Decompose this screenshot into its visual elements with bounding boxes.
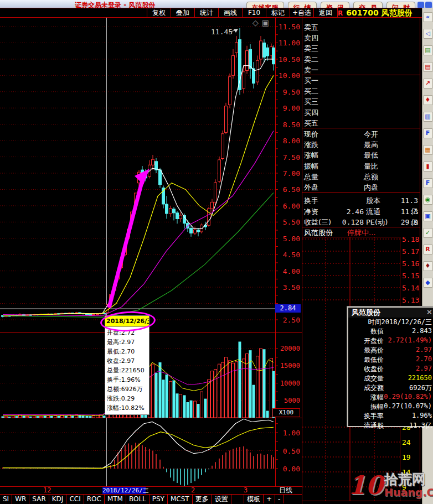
field-label: 量比 <box>364 161 378 172</box>
alert-icon[interactable]: ♦ <box>423 261 433 271</box>
mini-price-label: 5.15 <box>402 272 420 280</box>
indicator-bar: SIWRSARKDJCCIROCMTMBOLLPSYMCST更多设置 模板+- <box>0 494 302 504</box>
refresh-icon[interactable]: ◉ <box>423 195 433 205</box>
popup-row-value: 11.3亿 <box>409 421 432 430</box>
popup-row-value: 221650 <box>408 374 432 383</box>
price-axis-label: 3.50 <box>277 283 300 292</box>
field-label: 涨幅 <box>304 150 364 160</box>
volume-axis-label: 20000 <box>276 345 300 352</box>
zoom-out-button[interactable]: - <box>275 495 283 503</box>
titlebar-button[interactable]: 资 讯 <box>321 2 349 8</box>
volume-unit-label: X100 <box>272 408 300 417</box>
indicator-tab-ROC[interactable]: ROC <box>84 495 105 504</box>
popup-row: 开盘价2.72(1.49%) <box>349 336 432 346</box>
popup-row: 换手率1.96% <box>349 412 432 421</box>
popup-row-label: 开盘价 <box>349 336 384 346</box>
toolbar-button-返回[interactable]: 返回 <box>313 8 338 17</box>
timeline[interactable]: 1223 2018/12/26/三 日线 <box>0 487 302 494</box>
popup-row: 振幅0.27(10.07%) <box>349 402 432 412</box>
price-axis-label: 6.50 <box>277 185 300 194</box>
mini-price-label: 5.16 <box>402 259 420 268</box>
buy-level-label: 买三 <box>304 96 318 107</box>
rights-icon[interactable]: R <box>423 245 433 254</box>
period-label[interactable]: 日线 <box>279 487 292 494</box>
check-icon[interactable]: ✓ <box>423 228 433 238</box>
stat-rv: 29.9 <box>395 217 418 227</box>
finance-icon[interactable]: F <box>423 178 433 188</box>
titlebar-button[interactable]: 问 财 <box>386 2 415 8</box>
window-control-button[interactable] <box>425 2 432 8</box>
indicator-tab-WR[interactable]: WR <box>12 495 29 504</box>
indicator-tab-SAR[interactable]: SAR <box>29 495 49 504</box>
report-icon[interactable]: ▥ <box>423 112 433 122</box>
popup-row-label: 流通股 <box>349 421 384 430</box>
main-chart[interactable]: 11.45 <box>0 17 302 487</box>
popup-row-value: 2.72(1.49%) <box>388 336 432 346</box>
popup-row-label: 振幅 <box>349 402 384 412</box>
stat-lv: 0.128 <box>336 217 366 227</box>
price-axis-label: 2.50 <box>277 316 300 324</box>
mini-price-label: 5.14 <box>402 284 420 292</box>
template-button[interactable]: 模板 <box>244 495 264 503</box>
indicator-tab-MTM[interactable]: MTM <box>105 495 126 504</box>
bar-chart-icon[interactable]: ▮ <box>423 162 433 172</box>
window-titlebar: 证券交易未登录 - 风范股份 在线客服行 情资 讯交 易问 财 <box>0 0 433 8</box>
tooltip-row: 涨跌:0.29 <box>107 394 149 403</box>
popup-row-value: 0.27(10.07%) <box>384 402 432 412</box>
toolbar-button-复权[interactable]: 复权 <box>147 8 171 17</box>
diamond-marker-icon[interactable]: ◇ <box>252 18 262 27</box>
timeline-month-label: 3 <box>244 487 248 494</box>
indicator-tab-设置[interactable]: 设置 <box>212 495 231 504</box>
green-list-icon[interactable]: ▤ <box>423 45 433 55</box>
indicator-tab-SI[interactable]: SI <box>0 495 12 504</box>
popup-row: 最高价2.97 <box>349 346 432 355</box>
watermark-logo: 10 <box>348 472 383 498</box>
popup-row-value: 2.97 <box>416 365 432 374</box>
chart-toolbar-row: 复权叠加统计画线F10标记+自选返回 R601700 风范股份 <box>0 8 422 17</box>
indicator-tab-CCI[interactable]: CCI <box>66 495 84 504</box>
price-axis-label: 4.00 <box>277 267 300 276</box>
macd-axis-label: 1.00 <box>277 429 300 437</box>
field-label: 内盘 <box>364 182 378 193</box>
window-control-button[interactable] <box>417 2 424 8</box>
titlebar-button[interactable]: 行 情 <box>288 2 317 8</box>
suspension-status: 停牌中... <box>347 228 375 237</box>
popup-row-label: 成交量 <box>349 374 384 383</box>
kline-icon[interactable]: ♦ <box>423 95 433 105</box>
mini-volume-label: 24 <box>402 438 420 446</box>
field-label: 振幅 <box>304 161 364 172</box>
indicator-tab-BOLL[interactable]: BOLL <box>126 495 150 504</box>
watermark-site: 拾荒网 <box>384 472 433 487</box>
zoom-in-button[interactable]: + <box>264 495 275 503</box>
tooltip-row: 总量:221650 <box>107 366 149 375</box>
divider <box>302 128 420 128</box>
toolbar-button-统计[interactable]: 统计 <box>194 8 218 17</box>
collapse-panel-icon[interactable]: « <box>423 12 433 22</box>
red-list-icon[interactable]: ▤ <box>423 62 433 72</box>
toolbar-button-叠加[interactable]: 叠加 <box>171 8 194 17</box>
divider <box>302 193 420 193</box>
popup-row: 成交量221650 <box>349 374 432 383</box>
indicator-tab-PSY[interactable]: PSY <box>150 495 168 504</box>
calendar-icon[interactable]: ▣ <box>423 211 433 221</box>
blue-diamond-icon[interactable]: ◆ <box>423 278 433 288</box>
titlebar-button[interactable]: 在线客服 <box>246 2 284 8</box>
tooltip-row: 换手:1.96% <box>107 375 149 385</box>
back-arrow-icon[interactable]: ◁ <box>423 29 433 39</box>
indicator-tab-KDJ[interactable]: KDJ <box>49 495 67 504</box>
panel-layout-icon[interactable]: ▣ <box>262 18 272 27</box>
indicator-tab-更多[interactable]: 更多 <box>193 495 212 504</box>
close-icon[interactable]: × <box>426 308 432 316</box>
toolbar-button-画线[interactable]: 画线 <box>218 8 242 17</box>
popup-row: 成交额6926万 <box>349 383 432 393</box>
popup-row-label: 最高价 <box>349 346 384 355</box>
toolbar-button-F10[interactable]: F10 <box>242 8 266 17</box>
trend-line-icon[interactable]: ↗ <box>423 79 433 89</box>
price-axis-label: 5.00 <box>277 235 300 243</box>
indicator-tab-MCST[interactable]: MCST <box>168 495 193 504</box>
f10-info-icon[interactable]: F <box>423 128 433 138</box>
stat-r: PE(动) <box>366 217 395 227</box>
tooltip-row: 最高:2.97 <box>107 337 149 347</box>
toolbar-button-标记[interactable]: 标记 <box>266 8 290 17</box>
orange-grid-icon[interactable]: ▦ <box>423 145 433 155</box>
